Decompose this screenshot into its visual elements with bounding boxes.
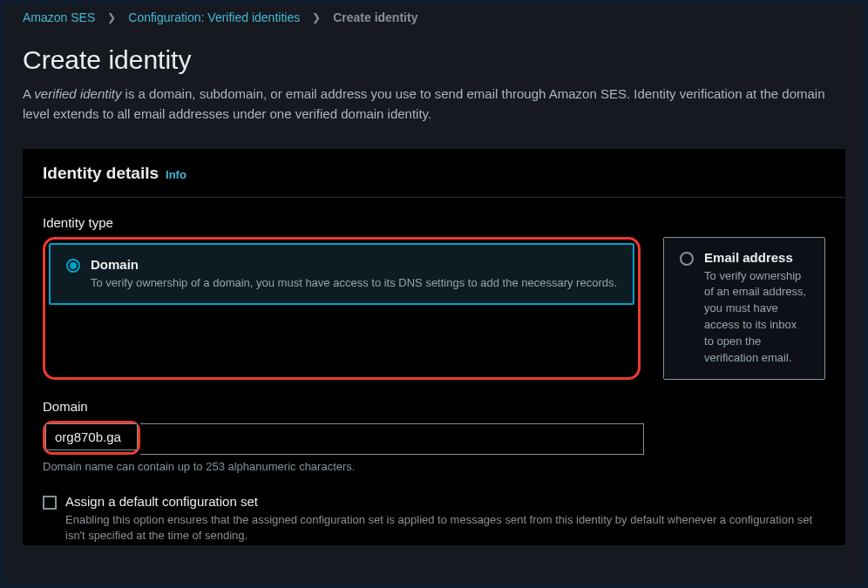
breadcrumb: Amazon SES ❯ Configuration: Verified ide… [5,5,863,30]
identity-type-label: Identity type [43,215,825,230]
identity-type-email[interactable]: Email address To verify ownership of an … [663,237,825,380]
domain-input-row [43,421,644,455]
radio-domain-desc: To verify ownership of a domain, you mus… [91,275,617,292]
radio-domain-title: Domain [91,257,617,272]
breadcrumb-root[interactable]: Amazon SES [23,10,95,24]
highlight-domain-option: Domain To verify ownership of a domain, … [43,237,641,380]
chevron-right-icon: ❯ [107,11,116,24]
chevron-right-icon: ❯ [312,11,321,24]
radio-email-title: Email address [704,250,809,265]
domain-hint: Domain name can contain up to 253 alphan… [43,460,825,473]
page-title: Create identity [23,45,845,75]
domain-field-label: Domain [43,399,825,414]
panel-title: Identity details [43,164,159,183]
assign-config-set-checkbox[interactable] [43,496,57,510]
radio-icon [680,252,694,266]
assign-config-set-desc: Enabling this option ensures that the as… [65,512,825,545]
info-link[interactable]: Info [166,168,186,181]
identity-type-domain[interactable]: Domain To verify ownership of a domain, … [49,243,634,306]
highlight-domain-input [43,421,140,455]
breadcrumb-current: Create identity [333,10,417,24]
radio-email-desc: To verify ownership of an email address,… [704,268,809,367]
radio-icon [66,259,80,273]
domain-input[interactable] [45,423,138,450]
breadcrumb-verified-identities[interactable]: Configuration: Verified identities [128,10,300,24]
identity-details-panel: Identity details Info Identity type Doma… [23,149,845,546]
assign-config-set-label: Assign a default configuration set [65,494,825,509]
page-subtitle: A verified identity is a domain, subdoma… [23,84,845,125]
domain-input-extension[interactable] [140,423,644,455]
